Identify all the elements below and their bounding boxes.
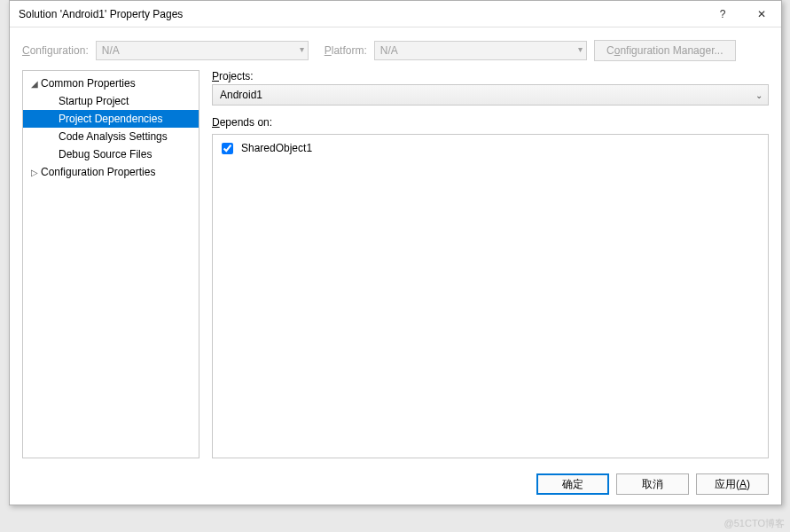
apply-button[interactable]: 应用(A) — [696, 473, 769, 495]
titlebar: Solution 'Android1' Property Pages ? ✕ — [10, 1, 781, 27]
help-button[interactable]: ? — [703, 1, 742, 27]
ok-button[interactable]: 确定 — [536, 473, 609, 495]
dialog-body: ◢ Common Properties Startup Project Proj… — [22, 70, 769, 458]
right-panel: Projects: Android1 ⌄ Depends on: SharedO… — [199, 70, 769, 458]
tree-item-label: Project Dependencies — [59, 113, 162, 125]
tree-item-project-dependencies[interactable]: Project Dependencies — [23, 110, 199, 128]
property-pages-dialog: Solution 'Android1' Property Pages ? ✕ C… — [9, 0, 782, 505]
cancel-button[interactable]: 取消 — [616, 473, 689, 495]
configuration-row: Configuration: N/A ▾ Platform: N/A ▾ Con… — [10, 27, 781, 68]
configuration-manager-button: Configuration Manager... — [594, 40, 736, 61]
tree-item-configuration-properties[interactable]: ▷ Configuration Properties — [23, 163, 199, 181]
configuration-value: N/A — [102, 44, 120, 57]
help-icon: ? — [720, 8, 726, 20]
platform-label: Platform: — [325, 44, 367, 57]
tree-item-code-analysis-settings[interactable]: Code Analysis Settings — [23, 128, 199, 145]
dependency-name: SharedObject1 — [241, 142, 312, 154]
property-tree[interactable]: ◢ Common Properties Startup Project Proj… — [22, 70, 199, 458]
selected-project: Android1 — [220, 89, 262, 101]
tree-item-label: Code Analysis Settings — [59, 130, 168, 143]
tree-item-startup-project[interactable]: Startup Project — [23, 92, 199, 110]
platform-combo: N/A ▾ — [374, 41, 587, 60]
projects-label: Projects: — [212, 70, 769, 82]
tree-item-label: Common Properties — [41, 77, 136, 90]
chevron-right-icon: ▷ — [28, 168, 41, 177]
tree-item-label: Configuration Properties — [41, 166, 155, 178]
chevron-down-icon: ⌄ — [755, 90, 763, 100]
list-item[interactable]: SharedObject1 — [218, 140, 763, 156]
window-title: Solution 'Android1' Property Pages — [19, 8, 703, 20]
dependency-checkbox[interactable] — [222, 143, 233, 154]
tree-item-debug-source-files[interactable]: Debug Source Files — [23, 145, 199, 163]
platform-value: N/A — [380, 44, 398, 57]
tree-item-label: Debug Source Files — [59, 148, 152, 160]
dialog-footer: 确定 取消 应用(A) — [10, 464, 781, 505]
tree-item-common-properties[interactable]: ◢ Common Properties — [23, 74, 199, 92]
chevron-down-icon: ◢ — [28, 79, 41, 89]
projects-combo[interactable]: Android1 ⌄ — [212, 84, 769, 106]
tree-item-label: Startup Project — [59, 95, 129, 107]
close-icon: ✕ — [757, 8, 766, 20]
close-button[interactable]: ✕ — [742, 1, 781, 27]
chevron-down-icon: ▾ — [300, 44, 304, 54]
configuration-combo: N/A ▾ — [96, 41, 309, 60]
depends-on-label: Depends on: — [212, 116, 769, 129]
watermark: @51CTO博客 — [724, 517, 785, 530]
depends-on-list: SharedObject1 — [212, 134, 769, 458]
chevron-down-icon: ▾ — [578, 44, 583, 54]
configuration-label: Configuration: — [22, 44, 89, 57]
